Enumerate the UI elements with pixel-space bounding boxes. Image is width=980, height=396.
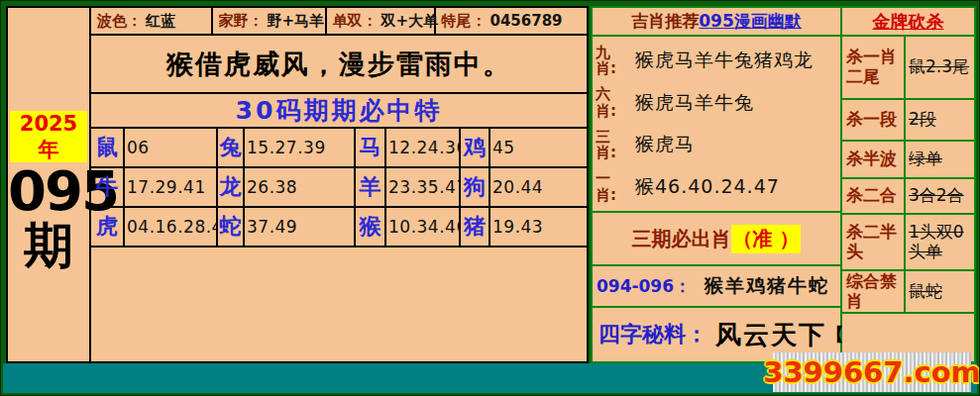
comic-humor-link[interactable]: 095漫画幽默: [699, 10, 802, 33]
kill-row: 杀二半头 1头双0头单: [842, 213, 974, 269]
odd-even-value: 双+大单: [381, 12, 439, 31]
six-zodiac-row: 六肖: 猴虎马羊牛兔: [593, 86, 840, 119]
zodiac-label: 猪: [461, 208, 490, 248]
zodiac-numbers: 26.38: [245, 168, 356, 208]
zodiac-label: 虎: [91, 208, 125, 248]
kill-two-half-heads-value: 1头双0头单: [906, 215, 974, 269]
zodiac-label: 猴: [356, 208, 386, 248]
zodiac-numbers: 19.43: [490, 208, 587, 248]
one-zodiac-label: 一肖:: [596, 170, 621, 203]
kill-one-segment-value: 2段: [906, 100, 974, 140]
period-range-value: 猴羊鸡猪牛蛇: [705, 273, 829, 299]
home-wild-value: 野+马羊: [268, 12, 325, 31]
zodiac-label: 狗: [461, 168, 490, 208]
zodiac-label: 鸡: [461, 129, 490, 168]
zodiac-numbers: 04.16.28.40: [125, 208, 218, 248]
six-zodiac-label: 六肖:: [596, 86, 621, 119]
kill-one-zodiac-two-tails-value: 鼠2.3尾: [906, 37, 974, 98]
zodiac-label: 蛇: [218, 208, 245, 248]
kill-half-wave-value: 绿单: [906, 142, 974, 177]
kill-two-half-heads-label: 杀二半头: [842, 215, 906, 269]
kill-one-zodiac-two-tails-label: 杀一肖二尾: [842, 37, 906, 98]
zodiac-label: 鼠: [91, 129, 125, 168]
wave-color-cell: 波色： 红蓝: [91, 8, 213, 34]
odd-even-cell: 单双： 双+大单: [327, 8, 436, 34]
wave-color-label: 波色：: [97, 12, 142, 31]
one-zodiac-row: 一肖: 猴46.40.24.47: [593, 170, 840, 203]
three-period-label: 三期必出肖: [632, 226, 731, 252]
period-range-label: 094-096：: [597, 275, 691, 298]
kill-one-segment-label: 杀一段: [842, 100, 906, 140]
wave-color-value: 红蓝: [146, 12, 175, 31]
recommend-header: 吉肖推荐095漫画幽默: [593, 8, 840, 37]
right-panel: 吉肖推荐095漫画幽默 九肖: 猴虎马羊牛兔猪鸡龙 六肖: 猴虎马羊牛兔 三肖:…: [591, 6, 976, 363]
zodiac-label: 龙: [218, 168, 245, 208]
special-tail-cell: 特尾： 0456789: [436, 8, 588, 34]
main-table: 2025年 095 期 波色： 红蓝 家野： 野+马羊 单双： 双+大单 特: [6, 6, 589, 363]
zodiac-label: 牛: [91, 168, 125, 208]
kill-two-sum-label: 杀二合: [842, 179, 906, 213]
zodiac-label: 马: [356, 129, 386, 168]
odd-even-label: 单双：: [333, 12, 378, 31]
recommend-header-label: 吉肖推荐: [631, 10, 699, 33]
issue-suffix: 期: [8, 220, 89, 272]
zodiac-recommend-block: 九肖: 猴虎马羊牛兔猪鸡龙 六肖: 猴虎马羊牛兔 三肖: 猴虎马 一肖: 猴46…: [593, 37, 840, 213]
zodiac-numbers: 45: [490, 129, 587, 168]
zodiac-numbers: 17.29.41: [125, 168, 218, 208]
main-table-body: 波色： 红蓝 家野： 野+马羊 单双： 双+大单 特尾： 0456789 猴借虎…: [91, 8, 587, 361]
kill-value-text: 鼠蛇: [909, 282, 942, 302]
nine-zodiac-label: 九肖:: [596, 45, 621, 77]
issue-column: 2025年 095 期: [8, 8, 91, 361]
zodiac-numbers: 37.49: [245, 208, 356, 248]
zodiac-numbers: 15.27.39: [245, 129, 356, 168]
kill-panel-title: 金牌砍杀: [842, 8, 974, 35]
three-zodiac-value: 猴虎马: [621, 132, 695, 157]
secret-label: 四字秘料：: [599, 320, 708, 349]
zodiac-numbers: 10.34.46: [386, 208, 461, 248]
kill-row: 杀半波 绿单: [842, 140, 974, 177]
kill-row: 综合禁肖 鼠蛇: [842, 269, 974, 312]
zodiac-number-grid: 鼠 06 兔 15.27.39 马 12.24.36.48 鸡 45 牛 17.…: [91, 129, 587, 248]
home-wild-label: 家野：: [219, 12, 264, 31]
kill-value-text: 绿单: [909, 149, 942, 169]
recommend-panel: 吉肖推荐095漫画幽默 九肖: 猴虎马羊牛兔猪鸡龙 六肖: 猴虎马羊牛兔 三肖:…: [591, 6, 842, 363]
kill-row: 杀二合 3合2合: [842, 177, 974, 213]
site-url: 3399667.com: [763, 355, 980, 389]
special-tail-label: 特尾：: [442, 12, 487, 31]
kill-panel: 金牌砍杀 杀一肖二尾 鼠2.3尾 杀一段 2段 杀半波 绿单 杀二合 3合2合 …: [842, 6, 976, 363]
kill-value-text: 3合2合: [909, 186, 964, 206]
attributes-row: 波色： 红蓝 家野： 野+马羊 单双： 双+大单 特尾： 0456789: [91, 8, 587, 36]
special-tail-value: 0456789: [490, 12, 563, 30]
kill-two-sum-value: 3合2合: [906, 179, 974, 213]
nine-zodiac-value: 猴虎马羊牛兔猪鸡龙: [621, 48, 814, 73]
year-badge: 2025年: [10, 111, 87, 162]
three-zodiac-row: 三肖: 猴虎马: [593, 129, 840, 161]
kill-value-text: 鼠2.3尾: [909, 57, 969, 77]
six-zodiac-value: 猴虎马羊牛兔: [621, 90, 754, 116]
kill-value-text: 1头双0头单: [909, 223, 974, 261]
accuracy-badge: （准 ）: [731, 225, 802, 253]
home-wild-cell: 家野： 野+马羊: [213, 8, 327, 34]
zodiac-label: 羊: [356, 168, 386, 208]
secret-value: 风云天下: [715, 318, 826, 352]
kill-row: 杀一肖二尾 鼠2.3尾: [842, 35, 974, 98]
site-banner[interactable]: 3399667.com: [773, 352, 971, 392]
zodiac-label: 兔: [218, 129, 245, 168]
thirty-codes-subtitle: 30码期期必中特: [91, 94, 587, 129]
verse-title: 猴借虎威风，漫步雷雨中。: [91, 36, 587, 94]
zodiac-numbers: 06: [125, 129, 218, 168]
kill-half-wave-label: 杀半波: [842, 142, 906, 177]
issue-number: 095: [8, 162, 89, 220]
zodiac-numbers: 20.44: [490, 168, 587, 208]
three-zodiac-label: 三肖:: [596, 129, 621, 161]
one-zodiac-value: 猴46.40.24.47: [621, 174, 780, 200]
zodiac-numbers: 12.24.36.48: [386, 129, 461, 168]
three-period-row: 三期必出肖 （准 ）: [593, 213, 840, 266]
period-range-row: 094-096： 猴羊鸡猪牛蛇: [593, 266, 840, 308]
zodiac-numbers: 23.35.47: [386, 168, 461, 208]
forbidden-zodiac-label: 综合禁肖: [842, 271, 906, 312]
empty-area: [91, 248, 587, 361]
kill-row: 杀一段 2段: [842, 98, 974, 140]
nine-zodiac-row: 九肖: 猴虎马羊牛兔猪鸡龙: [593, 45, 840, 77]
kill-value-text: 2段: [909, 110, 936, 130]
